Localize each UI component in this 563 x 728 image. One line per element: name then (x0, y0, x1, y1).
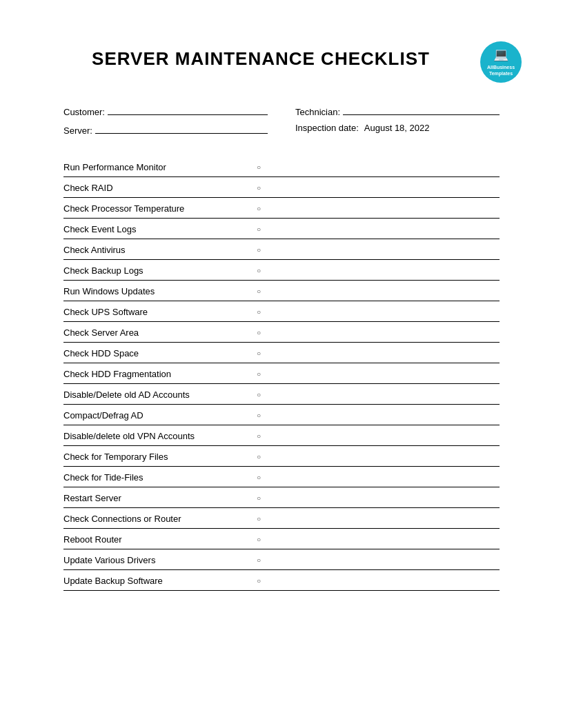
checklist-item-label: Check Processor Temperature (63, 203, 257, 214)
header-row-2: Server: Inspection date: August 18, 2022 (63, 123, 500, 136)
checklist-row: Check Backup Logs○ (63, 260, 500, 281)
checklist-item-circle[interactable]: ○ (257, 267, 270, 274)
server-label: Server: (63, 125, 92, 136)
checklist-item-line (276, 250, 500, 250)
checklist-item-circle[interactable]: ○ (257, 515, 270, 523)
checklist-item-line (276, 477, 500, 478)
checklist-item-label: Disable/Delete old AD Accounts (63, 390, 257, 400)
checklist-item-circle[interactable]: ○ (257, 412, 270, 419)
checklist-row: Check HDD Space○ (63, 343, 500, 363)
customer-field: Customer: (63, 104, 268, 117)
checklist-row: Reboot Router○ (63, 529, 500, 549)
checklist-item-circle[interactable]: ○ (257, 474, 270, 481)
server-field: Server: (63, 123, 268, 136)
checklist-item-line (276, 518, 500, 519)
checklist-item-label: Check Antivirus (63, 245, 257, 255)
checklist-item-label: Run Windows Updates (63, 286, 257, 296)
checklist-item-label: Check for Temporary Files (63, 452, 257, 462)
checklist-item-circle[interactable]: ○ (257, 308, 270, 316)
checklist-item-line (276, 456, 500, 457)
checklist-item-circle[interactable]: ○ (257, 391, 270, 398)
checklist-item-line (276, 560, 500, 560)
checklist-item-line (276, 539, 500, 540)
checklist-item-circle[interactable]: ○ (257, 329, 270, 336)
checklist-row: Check RAID○ (63, 177, 500, 198)
checklist-item-circle[interactable]: ○ (257, 246, 270, 254)
checklist-row: Update Various Drivers○ (63, 549, 500, 570)
checklist-item-line (276, 580, 500, 581)
checklist-row: Check Antivirus○ (63, 239, 500, 260)
header-row-1: Customer: Technician: (63, 104, 500, 117)
checklist-row: Check for Tide-Files○ (63, 467, 500, 487)
checklist-row: Check for Temporary Files○ (63, 446, 500, 467)
logo-text: AllBusiness Templates (487, 64, 515, 77)
checklist-row: Check HDD Fragmentation○ (63, 363, 500, 384)
checklist-item-line (276, 270, 500, 271)
checklist-item-label: Check Server Area (63, 327, 257, 338)
checklist-row: Restart Server○ (63, 487, 500, 508)
checklist-item-circle[interactable]: ○ (257, 163, 270, 171)
checklist-item-label: Disable/delete old VPN Accounts (63, 431, 257, 441)
technician-input-line[interactable] (343, 104, 500, 115)
checklist-row: Run Windows Updates○ (63, 281, 500, 301)
checklist-item-line (276, 332, 500, 333)
checklist-item-line (276, 415, 500, 416)
checklist-row: Check UPS Software○ (63, 301, 500, 322)
checklist-row: Update Backup Software○ (63, 570, 500, 591)
checklist-item-circle[interactable]: ○ (257, 536, 270, 543)
checklist-item-circle[interactable]: ○ (257, 287, 270, 295)
page: 💻 AllBusiness Templates SERVER MAINTENAN… (0, 0, 563, 728)
checklist-item-line (276, 353, 500, 354)
inspection-date-value: August 18, 2022 (364, 123, 430, 133)
checklist-item-line (276, 208, 500, 209)
checklist-row: Disable/delete old VPN Accounts○ (63, 425, 500, 446)
technician-field: Technician: (268, 104, 500, 117)
checklist-row: Compact/Defrag AD○ (63, 405, 500, 425)
checklist-item-circle[interactable]: ○ (257, 432, 270, 440)
server-input-line[interactable] (95, 123, 268, 134)
customer-label: Customer: (63, 107, 105, 117)
checklist-item-label: Restart Server (63, 493, 257, 503)
checklist-item-circle[interactable]: ○ (257, 453, 270, 461)
inspection-label: Inspection date: (295, 123, 359, 133)
checklist-item-circle[interactable]: ○ (257, 494, 270, 502)
page-title: SERVER MAINTENANCE CHECKLIST (63, 48, 500, 70)
checklist-item-line (276, 312, 500, 312)
checklist-item-line (276, 498, 500, 498)
checklist-item-label: Compact/Defrag AD (63, 410, 257, 421)
checklist-row: Check Server Area○ (63, 322, 500, 343)
checklist-row: Run Performance Monitor○ (63, 156, 500, 177)
checklist-row: Check Connections or Router○ (63, 508, 500, 529)
checklist-item-circle[interactable]: ○ (257, 350, 270, 357)
checklist-item-line (276, 229, 500, 230)
checklist-item-circle[interactable]: ○ (257, 577, 270, 585)
checklist-item-line (276, 167, 500, 168)
checklist-item-line (276, 188, 500, 188)
checklist-item-label: Check HDD Fragmentation (63, 369, 257, 379)
checklist-row: Check Event Logs○ (63, 219, 500, 239)
checklist-item-line (276, 436, 500, 436)
checklist-item-label: Check Backup Logs (63, 265, 257, 276)
checklist-item-label: Run Performance Monitor (63, 162, 257, 172)
checklist-item-label: Update Various Drivers (63, 555, 257, 565)
customer-input-line[interactable] (108, 104, 268, 115)
checklist-item-circle[interactable]: ○ (257, 556, 270, 564)
checklist-item-label: Check RAID (63, 183, 257, 193)
checklist-item-label: Check Connections or Router (63, 514, 257, 524)
checklist-item-line (276, 374, 500, 374)
checklist-section: Run Performance Monitor○Check RAID○Check… (63, 156, 500, 591)
checklist-item-label: Reboot Router (63, 534, 257, 545)
inspection-date-field: Inspection date: August 18, 2022 (268, 123, 500, 136)
checklist-row: Check Processor Temperature○ (63, 198, 500, 219)
logo-icon: 💻 (493, 48, 508, 63)
technician-label: Technician: (295, 107, 340, 117)
checklist-item-circle[interactable]: ○ (257, 225, 270, 233)
checklist-item-circle[interactable]: ○ (257, 370, 270, 378)
checklist-item-circle[interactable]: ○ (257, 205, 270, 212)
checklist-item-line (276, 291, 500, 292)
checklist-item-label: Check Event Logs (63, 224, 257, 234)
checklist-item-label: Check UPS Software (63, 307, 257, 317)
checklist-item-label: Check for Tide-Files (63, 472, 257, 483)
checklist-item-label: Update Backup Software (63, 576, 257, 586)
checklist-item-circle[interactable]: ○ (257, 184, 270, 192)
